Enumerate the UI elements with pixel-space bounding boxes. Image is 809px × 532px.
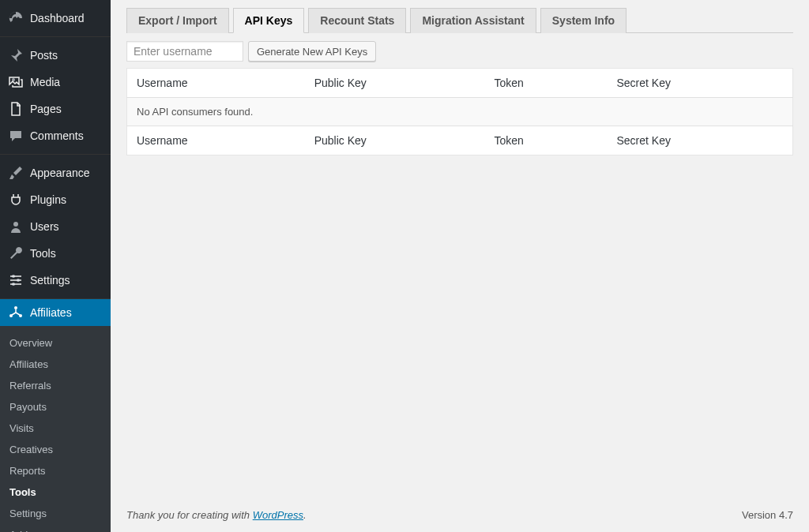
empty-message: No API consumers found.	[127, 98, 793, 126]
api-keys-table: Username Public Key Token Secret Key No …	[126, 68, 793, 155]
menu-label: Plugins	[30, 193, 103, 206]
submenu-item-overview[interactable]: Overview	[0, 332, 111, 354]
submenu-item-payouts[interactable]: Payouts	[0, 396, 111, 418]
menu-item-appearance[interactable]: Appearance	[0, 159, 111, 186]
menu-label: Affiliates	[30, 306, 103, 319]
menu-group-1: Posts Media Pages Comments	[0, 37, 111, 154]
menu-item-comments[interactable]: Comments	[0, 122, 111, 149]
footer-thanks: Thank you for creating with WordPress.	[126, 509, 307, 521]
submenu-item-reports[interactable]: Reports	[0, 460, 111, 481]
col-public-key[interactable]: Public Key	[305, 126, 485, 155]
tab-export-import[interactable]: Export / Import	[126, 8, 229, 33]
svg-point-4	[12, 283, 15, 286]
menu-label: Users	[30, 220, 103, 233]
footer-thanks-prefix: Thank you for creating with	[126, 509, 253, 521]
dashboard-icon	[8, 10, 24, 26]
menu-item-plugins[interactable]: Plugins	[0, 186, 111, 213]
brush-icon	[8, 165, 24, 181]
svg-point-1	[13, 222, 18, 227]
generate-api-keys-button[interactable]: Generate New API Keys	[248, 41, 376, 62]
version-text: Version 4.7	[742, 509, 793, 521]
comment-icon	[8, 128, 24, 144]
menu-group-0: Dashboard	[0, 0, 111, 36]
submenu-item-affiliates[interactable]: Affiliates	[0, 354, 111, 375]
menu-label: Comments	[30, 129, 103, 142]
submenu-item-tools[interactable]: Tools	[0, 481, 111, 503]
svg-point-2	[12, 275, 15, 278]
user-icon	[8, 219, 24, 234]
table-header-row: Username Public Key Token Secret Key	[127, 69, 793, 98]
menu-label: Appearance	[30, 167, 103, 179]
menu-label: Posts	[30, 49, 103, 62]
menu-item-media[interactable]: Media	[0, 69, 111, 96]
menu-item-affiliates[interactable]: Affiliates	[0, 299, 111, 326]
submenu-item-creatives[interactable]: Creatives	[0, 439, 111, 460]
menu-item-settings[interactable]: Settings	[0, 267, 111, 294]
submenu-item-settings[interactable]: Settings	[0, 503, 111, 524]
wrench-icon	[8, 245, 24, 261]
menu-item-dashboard[interactable]: Dashboard	[0, 5, 111, 32]
wordpress-link[interactable]: WordPress	[253, 509, 303, 521]
network-icon	[8, 305, 24, 320]
plug-icon	[8, 192, 24, 208]
pin-icon	[8, 47, 24, 63]
footer-thanks-suffix: .	[303, 509, 307, 521]
menu-item-pages[interactable]: Pages	[0, 96, 111, 122]
menu-item-posts[interactable]: Posts	[0, 42, 111, 69]
tab-migration-assistant[interactable]: Migration Assistant	[410, 8, 536, 33]
menu-label: Tools	[30, 247, 103, 260]
svg-point-3	[17, 279, 20, 282]
main-area: Export / Import API Keys Recount Stats M…	[111, 0, 809, 532]
col-token[interactable]: Token	[484, 69, 607, 98]
submenu-item-referrals[interactable]: Referrals	[0, 375, 111, 396]
admin-sidebar: Dashboard Posts Media Pages Comments App…	[0, 0, 111, 532]
tab-api-keys[interactable]: API Keys	[233, 8, 305, 33]
api-keys-toolbar: Generate New API Keys	[126, 41, 793, 62]
menu-item-users[interactable]: Users	[0, 213, 111, 240]
submenu-affiliates: Overview Affiliates Referrals Payouts Vi…	[0, 326, 111, 532]
col-token[interactable]: Token	[484, 126, 607, 155]
tools-tabs: Export / Import API Keys Recount Stats M…	[126, 8, 793, 33]
submenu-item-addons[interactable]: Add-ons	[0, 524, 111, 532]
table-footer-row: Username Public Key Token Secret Key	[127, 126, 793, 155]
tab-system-info[interactable]: System Info	[540, 8, 627, 33]
menu-label: Settings	[30, 274, 103, 287]
col-username[interactable]: Username	[127, 69, 305, 98]
menu-group-2: Appearance Plugins Users Tools Settings	[0, 155, 111, 298]
col-public-key[interactable]: Public Key	[305, 69, 485, 98]
media-icon	[8, 74, 24, 90]
table-empty-row: No API consumers found.	[127, 98, 793, 126]
tab-recount-stats[interactable]: Recount Stats	[308, 8, 406, 33]
username-input[interactable]	[126, 41, 243, 62]
menu-group-3: Affiliates Overview Affiliates Referrals…	[0, 299, 111, 532]
col-secret-key[interactable]: Secret Key	[608, 69, 793, 98]
submenu-item-visits[interactable]: Visits	[0, 418, 111, 439]
col-username[interactable]: Username	[127, 126, 305, 155]
content: Export / Import API Keys Recount Stats M…	[111, 0, 809, 495]
menu-label: Pages	[30, 103, 103, 115]
admin-footer: Thank you for creating with WordPress.Ve…	[111, 495, 809, 532]
col-secret-key[interactable]: Secret Key	[608, 126, 793, 155]
sliders-icon	[8, 272, 24, 288]
menu-label: Dashboard	[30, 12, 103, 24]
svg-point-5	[14, 306, 17, 309]
pages-icon	[8, 101, 24, 117]
menu-item-tools[interactable]: Tools	[0, 240, 111, 267]
menu-label: Media	[30, 76, 103, 88]
